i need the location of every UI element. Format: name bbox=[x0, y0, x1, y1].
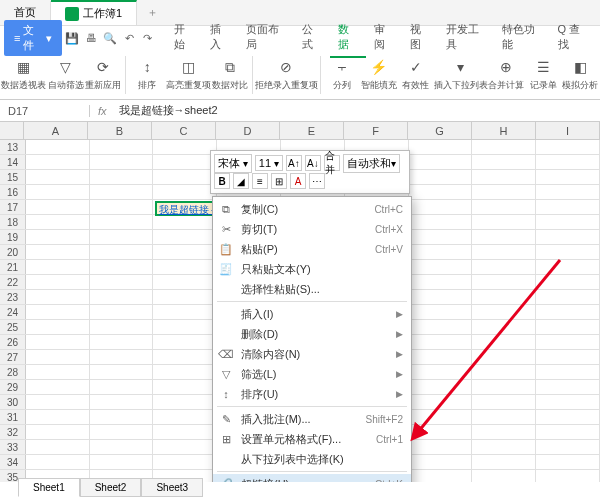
cell[interactable] bbox=[90, 275, 154, 289]
ribbon-record[interactable]: ☰记录单 bbox=[528, 57, 558, 92]
cell[interactable] bbox=[536, 425, 600, 439]
cell[interactable] bbox=[90, 425, 154, 439]
col-header[interactable]: F bbox=[344, 122, 408, 139]
cell[interactable] bbox=[409, 410, 473, 424]
cell[interactable] bbox=[153, 140, 217, 154]
cell[interactable] bbox=[90, 455, 154, 469]
cell[interactable] bbox=[153, 260, 217, 274]
cell[interactable] bbox=[26, 260, 90, 274]
ribbon-sort[interactable]: ↕排序 bbox=[132, 57, 162, 92]
cell[interactable] bbox=[90, 215, 154, 229]
cell[interactable] bbox=[90, 350, 154, 364]
col-header[interactable]: A bbox=[24, 122, 88, 139]
select-all-corner[interactable] bbox=[0, 122, 24, 139]
file-menu[interactable]: ≡文件▾ bbox=[4, 20, 62, 56]
tab-workbook[interactable]: 工作簿1 bbox=[51, 0, 137, 25]
formula-value[interactable]: 我是超链接→sheet2 bbox=[115, 103, 600, 118]
cell[interactable] bbox=[26, 290, 90, 304]
print-icon[interactable]: 🖶 bbox=[83, 29, 100, 47]
cell[interactable] bbox=[90, 365, 154, 379]
cell[interactable] bbox=[536, 410, 600, 424]
cell[interactable] bbox=[409, 440, 473, 454]
cell[interactable] bbox=[409, 140, 473, 154]
cell[interactable] bbox=[472, 185, 536, 199]
col-header[interactable]: C bbox=[152, 122, 216, 139]
cell[interactable] bbox=[26, 140, 90, 154]
ribbon-validation[interactable]: ⧉数据对比 bbox=[214, 57, 246, 92]
cell[interactable] bbox=[536, 455, 600, 469]
cell[interactable] bbox=[153, 155, 217, 169]
cell[interactable] bbox=[409, 425, 473, 439]
row-header[interactable]: 17 bbox=[0, 200, 26, 214]
cell[interactable] bbox=[536, 260, 600, 274]
ribbon-validity[interactable]: ✓有效性 bbox=[401, 57, 431, 92]
row-header[interactable]: 32 bbox=[0, 425, 26, 439]
row-header[interactable]: 24 bbox=[0, 305, 26, 319]
cell[interactable] bbox=[472, 365, 536, 379]
cell[interactable] bbox=[536, 350, 600, 364]
cell[interactable] bbox=[153, 380, 217, 394]
menu-tab-7[interactable]: 开发工具 bbox=[438, 18, 494, 58]
cell[interactable] bbox=[26, 320, 90, 334]
cell[interactable] bbox=[26, 335, 90, 349]
align-icon[interactable]: ≡ bbox=[252, 173, 268, 189]
redo-icon[interactable]: ↷ bbox=[140, 29, 157, 47]
cell[interactable] bbox=[153, 395, 217, 409]
font-color-icon[interactable]: A bbox=[290, 173, 306, 189]
cell[interactable] bbox=[472, 380, 536, 394]
col-header[interactable]: E bbox=[280, 122, 344, 139]
row-header[interactable]: 22 bbox=[0, 275, 26, 289]
row-header[interactable]: 34 bbox=[0, 455, 26, 469]
row-header[interactable]: 16 bbox=[0, 185, 26, 199]
cell[interactable] bbox=[90, 335, 154, 349]
ribbon-highlight[interactable]: ◫高亮重复项 bbox=[168, 57, 208, 92]
bold-icon[interactable]: B bbox=[214, 173, 230, 189]
cell[interactable] bbox=[409, 230, 473, 244]
ribbon-dropdown[interactable]: ▾插入下拉列表 bbox=[437, 57, 485, 92]
cell[interactable] bbox=[409, 350, 473, 364]
cell[interactable] bbox=[409, 290, 473, 304]
cell[interactable] bbox=[153, 350, 217, 364]
cell[interactable] bbox=[409, 200, 473, 214]
cell[interactable] bbox=[409, 470, 473, 482]
cell[interactable] bbox=[90, 410, 154, 424]
cell[interactable] bbox=[472, 155, 536, 169]
ctx-item[interactable]: 🧾只粘贴文本(Y) bbox=[213, 259, 411, 279]
ctx-item[interactable]: ⊞设置单元格格式(F)...Ctrl+1 bbox=[213, 429, 411, 449]
cell[interactable] bbox=[90, 230, 154, 244]
cell[interactable] bbox=[90, 260, 154, 274]
menu-tab-9[interactable]: Q 查找 bbox=[550, 18, 596, 58]
row-header[interactable]: 26 bbox=[0, 335, 26, 349]
cell[interactable] bbox=[472, 170, 536, 184]
col-header[interactable]: G bbox=[408, 122, 472, 139]
cell[interactable] bbox=[26, 185, 90, 199]
cell[interactable] bbox=[26, 305, 90, 319]
cell[interactable] bbox=[26, 395, 90, 409]
cell[interactable] bbox=[409, 215, 473, 229]
cell[interactable] bbox=[536, 395, 600, 409]
sheet-tab[interactable]: Sheet1 bbox=[18, 478, 80, 497]
merge-button[interactable]: 合并 bbox=[324, 155, 340, 171]
cell[interactable] bbox=[472, 245, 536, 259]
menu-tab-6[interactable]: 视图 bbox=[402, 18, 438, 58]
ribbon-removedup[interactable]: ⊘拒绝录入重复项 bbox=[259, 57, 315, 92]
cell[interactable] bbox=[153, 245, 217, 259]
spreadsheet-grid[interactable]: ABCDEFGHI 131415161718192021222324252627… bbox=[0, 122, 600, 482]
ribbon-reapply[interactable]: ⟳重新应用 bbox=[88, 57, 120, 92]
sheet-tab[interactable]: Sheet2 bbox=[80, 478, 142, 497]
cell[interactable] bbox=[153, 425, 217, 439]
ribbon-analysis[interactable]: ◧模拟分析 bbox=[564, 57, 596, 92]
cell[interactable] bbox=[472, 410, 536, 424]
cell[interactable] bbox=[26, 440, 90, 454]
cell[interactable] bbox=[26, 275, 90, 289]
cell[interactable] bbox=[536, 215, 600, 229]
sheet-tab[interactable]: Sheet3 bbox=[141, 478, 203, 497]
row-header[interactable]: 14 bbox=[0, 155, 26, 169]
menu-tab-8[interactable]: 特色功能 bbox=[494, 18, 550, 58]
cell[interactable] bbox=[472, 260, 536, 274]
ribbon-split[interactable]: ⫟分列 bbox=[327, 57, 357, 92]
fx-icon[interactable]: fx bbox=[90, 105, 115, 117]
cell[interactable] bbox=[26, 350, 90, 364]
cell[interactable] bbox=[153, 440, 217, 454]
row-header[interactable]: 33 bbox=[0, 440, 26, 454]
